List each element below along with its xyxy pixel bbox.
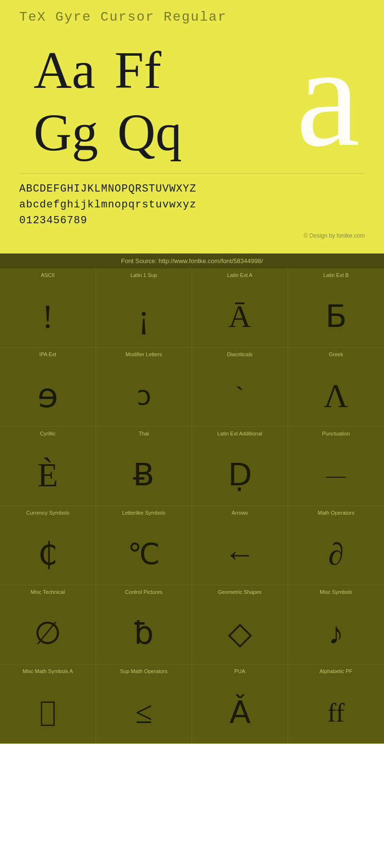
glyph-row-1: ! ¡ Ā Ƃ [0,280,384,348]
glyph-display: ƀ [134,602,154,660]
glyph-cell-ascii: ! [0,280,96,348]
glyph-cell-latin-ext-b: Ƃ [288,280,384,348]
header-thai: Thai [96,427,192,439]
glyph-display: ! [42,285,53,343]
alphabet-digits: 0123456789 [19,213,365,229]
font-source-bar: Font Source: http://www.fontke.com/font/… [0,253,384,268]
glyph-row-6: ⌷ ≤ Ǎ ff [0,676,384,744]
glyph-cell-math-op: ∂ [288,518,384,585]
glyph-cell-arrows: ← [192,518,288,585]
glyph-display: Λ [324,364,348,422]
header-latin-ext-b: Latin Ext B [288,268,384,280]
header-row-1: ASCII Latin 1 Sup Latin Ext A Latin Ext … [0,268,384,280]
glyph-display: ♪ [328,602,344,660]
glyph-cell-cyrillic: È [0,439,96,506]
header-row-4: Currency Symbols Letterlike Symbols Arro… [0,506,384,518]
font-title: TeX Gyre Cursor Regular [19,10,365,24]
header-letterlike: Letterlike Symbols [96,506,192,518]
glyph-gg: Gg [34,106,98,159]
header-misc-sym: Misc Symbols [288,585,384,597]
header-row-5: Misc Technical Control Pictures Geometri… [0,585,384,597]
glyph-cell-currency: ₵ [0,518,96,585]
glyph-cell-thai: Ƀ [96,439,192,506]
header-diacriticals: Diacriticals [192,348,288,360]
header-misc-tech: Misc Technical [0,585,96,597]
alphabet-section: ABCDEFGHIJKLMNOPQRSTUVWXYZ abcdefghijklm… [19,173,365,229]
header-cyrillic: Cyrillic [0,427,96,439]
glyph-display: ¡ [138,285,149,343]
header-row-3: Cyrillic Thai Latin Ext Additional Punct… [0,427,384,439]
glyph-cell-modifier: ɔ [96,360,192,427]
glyph-aa: Aa [34,44,95,96]
header-pua: PUA [192,664,288,676]
glyph-cell-diacriticals: ` [192,360,288,427]
glyph-row-4: ₵ ℃ ← ∂ [0,518,384,585]
glyph-display: ∅ [34,602,61,660]
header-currency: Currency Symbols [0,506,96,518]
glyph-display: Ā [228,285,251,343]
top-section: TeX Gyre Cursor Regular a Aa Ff Gg Qq AB… [0,0,384,253]
glyph-display: — [326,444,346,502]
header-punctuation: Punctuation [288,427,384,439]
glyph-display: ℃ [128,523,160,581]
alphabet-uppercase: ABCDEFGHIJKLMNOPQRSTUVWXYZ [19,181,365,197]
glyph-cell-letterlike: ℃ [96,518,192,585]
glyph-grid-section: ASCII Latin 1 Sup Latin Ext A Latin Ext … [0,268,384,744]
glyph-cell-control-pic: ƀ [96,597,192,664]
glyph-display: ` [235,364,244,422]
header-latin-ext-add: Latin Ext Additional [192,427,288,439]
header-arrows: Arrows [192,506,288,518]
glyph-row-2: ɘ ɔ ` Λ [0,360,384,427]
glyph-row-5: ∅ ƀ ◇ ♪ [0,597,384,664]
glyph-ff: Ff [114,44,161,96]
glyph-cell-latin-ext-a: Ā [192,280,288,348]
header-control-pic: Control Pictures [96,585,192,597]
glyph-display: Ḍ [228,444,252,502]
glyph-display: ff [327,681,345,739]
glyph-cell-ipa: ɘ [0,360,96,427]
bg-letter: a [296,34,360,169]
header-row-2: IPA Ext Modifier Letters Diacriticals Gr… [0,348,384,360]
glyph-row-3: È Ƀ Ḍ — [0,439,384,506]
glyph-cell-punctuation: — [288,439,384,506]
header-geo-shapes: Geometric Shapes [192,585,288,597]
glyph-cell-greek: Λ [288,360,384,427]
copyright: © Design by fontke.com [19,232,365,239]
glyph-display: ◇ [228,602,252,660]
glyph-display: Ƃ [325,285,347,343]
glyph-cell-sup-math: ≤ [96,676,192,744]
showcase-container: a Aa Ff Gg Qq [19,34,365,169]
glyph-display: È [37,444,58,502]
header-ipa: IPA Ext [0,348,96,360]
header-modifier: Modifier Letters [96,348,192,360]
glyph-cell-pua: Ǎ [192,676,288,744]
header-row-6: Misc Math Symbols A Sup Math Operators P… [0,664,384,676]
header-math-op: Math Operators [288,506,384,518]
glyph-cell-misc-math-a: ⌷ [0,676,96,744]
glyph-display: Ƀ [133,444,155,502]
glyph-display: ɘ [37,364,58,422]
glyph-cell-misc-sym: ♪ [288,597,384,664]
glyph-display: ≤ [135,681,153,739]
header-latin-ext-a: Latin Ext A [192,268,288,280]
alphabet-lowercase: abcdefghijklmnopqrstuvwxyz [19,197,365,213]
glyph-display: ɔ [137,364,151,422]
header-misc-math-a: Misc Math Symbols A [0,664,96,676]
glyph-cell-latin1sup: ¡ [96,280,192,348]
header-latin1sup: Latin 1 Sup [96,268,192,280]
glyph-display: ∂ [328,523,344,581]
header-ascii: ASCII [0,268,96,280]
header-sup-math: Sup Math Operators [96,664,192,676]
glyph-qq: Qq [117,106,181,159]
glyph-cell-misc-tech: ∅ [0,597,96,664]
glyph-cell-latin-ext-add: Ḍ [192,439,288,506]
glyph-display: Ǎ [229,681,251,739]
header-greek: Greek [288,348,384,360]
header-alpha-pf: Alphabetic PF [288,664,384,676]
glyph-cell-alpha-pf: ff [288,676,384,744]
glyph-display: ⌷ [38,681,57,739]
glyph-display: ← [224,523,255,581]
glyph-display: ₵ [38,523,58,581]
glyph-cell-geo-shapes: ◇ [192,597,288,664]
